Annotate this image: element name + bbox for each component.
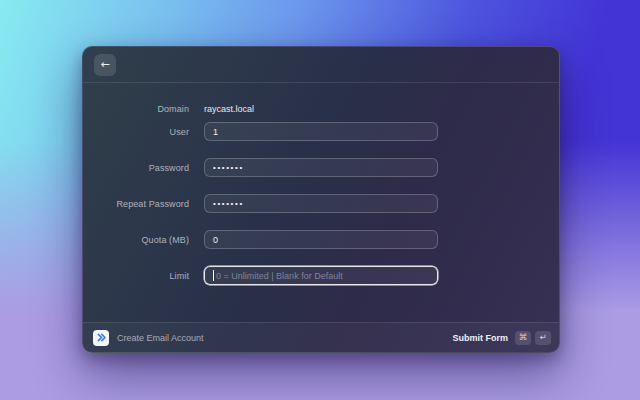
command-key-icon: ⌘	[515, 331, 531, 345]
user-input-value: 1	[213, 127, 218, 137]
limit-placeholder: 0 = Unlimited | Blank for Default	[216, 271, 343, 281]
quota-input-value: 0	[213, 235, 218, 245]
password-input[interactable]: •••••••	[204, 158, 438, 177]
back-arrow-icon: ←	[100, 59, 109, 70]
action-bar: Create Email Account Submit Form ⌘ ↵	[83, 322, 559, 352]
text-caret	[213, 270, 214, 281]
double-chevron-icon	[96, 332, 107, 343]
user-label: User	[83, 127, 189, 137]
submit-form-action[interactable]: Submit Form ⌘ ↵	[453, 331, 552, 345]
form-row-password: Password •••••••	[83, 158, 559, 177]
quota-input[interactable]: 0	[204, 230, 438, 249]
form-row-user: User 1	[83, 122, 559, 141]
extension-icon	[93, 330, 109, 346]
password-label: Password	[83, 163, 189, 173]
domain-label: Domain	[83, 104, 189, 114]
user-input[interactable]: 1	[204, 122, 438, 141]
repeat-password-input-value: •••••••	[213, 199, 244, 208]
action-bar-left: Create Email Account	[93, 330, 204, 346]
command-name: Create Email Account	[117, 333, 204, 343]
form-row-limit: Limit 0 = Unlimited | Blank for Default	[83, 266, 559, 285]
password-input-value: •••••••	[213, 163, 244, 172]
back-button[interactable]: ←	[94, 54, 116, 76]
raycast-window: ← Domain raycast.local User 1 Password •…	[82, 46, 560, 353]
repeat-password-label: Repeat Password	[83, 199, 189, 209]
limit-input[interactable]: 0 = Unlimited | Blank for Default	[204, 266, 438, 285]
domain-value: raycast.local	[204, 104, 254, 114]
form-row-repeat-password: Repeat Password •••••••	[83, 194, 559, 213]
limit-label: Limit	[83, 271, 189, 281]
window-header: ←	[83, 47, 559, 83]
repeat-password-input[interactable]: •••••••	[204, 194, 438, 213]
form-row-domain: Domain raycast.local	[83, 99, 559, 118]
submit-form-label: Submit Form	[453, 333, 509, 343]
desktop-background: ← Domain raycast.local User 1 Password •…	[0, 0, 640, 400]
form-row-quota: Quota (MB) 0	[83, 230, 559, 249]
create-email-account-form: Domain raycast.local User 1 Password •••…	[83, 83, 559, 285]
return-key-icon: ↵	[535, 331, 551, 345]
quota-label: Quota (MB)	[83, 235, 189, 245]
